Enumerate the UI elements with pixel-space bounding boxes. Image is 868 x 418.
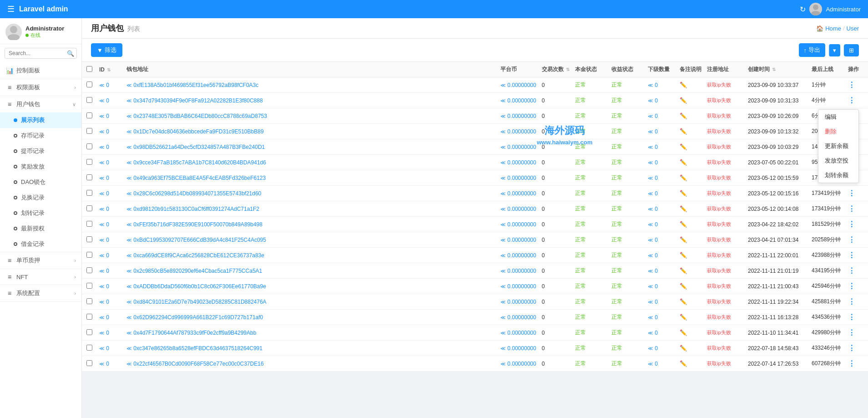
dropdown-item-airdrop[interactable]: 发放空投: [818, 153, 858, 168]
sidebar-item-transfer-records[interactable]: 划转记录: [0, 205, 81, 221]
sub-link[interactable]: 0: [655, 361, 658, 367]
platform-link[interactable]: 0.00000000: [507, 252, 536, 259]
note-edit-icon[interactable]: ✏️: [680, 236, 687, 243]
action-menu-button[interactable]: ⋮: [848, 282, 855, 290]
note-edit-icon[interactable]: ✏️: [680, 267, 687, 274]
row-checkbox[interactable]: [86, 190, 92, 196]
platform-link[interactable]: 0.00000000: [507, 221, 536, 228]
breadcrumb-home[interactable]: Home: [825, 25, 841, 32]
platform-link[interactable]: 0.00000000: [507, 159, 536, 166]
address-link[interactable]: 0x62D962294Cd996999A661B22F1c69D727b171a…: [133, 314, 263, 321]
action-menu-button[interactable]: ⋮: [848, 220, 855, 228]
note-edit-icon[interactable]: ✏️: [680, 360, 687, 367]
sidebar-item-reward-airdrop[interactable]: 奖励发放: [0, 159, 81, 174]
sub-link[interactable]: 0: [655, 283, 658, 290]
id-link[interactable]: 0: [106, 128, 109, 135]
id-link[interactable]: 0: [106, 330, 109, 336]
sub-link[interactable]: 0: [655, 330, 658, 336]
platform-link[interactable]: 0.00000000: [507, 206, 536, 212]
note-edit-icon[interactable]: ✏️: [680, 283, 687, 290]
action-menu-button[interactable]: ⋮: [848, 205, 855, 213]
sidebar-item-loan-records[interactable]: 借金记录: [0, 236, 81, 252]
address-link[interactable]: 0x9cce34F7aB185c7ABA1b7C8140d620B4BDA941…: [133, 159, 266, 166]
address-link[interactable]: 0xFEf35b716dF382E590E9100F50070b849A89b4…: [133, 221, 262, 228]
id-link[interactable]: 0: [106, 268, 109, 274]
id-link[interactable]: 0: [106, 252, 109, 259]
row-checkbox[interactable]: [86, 112, 92, 118]
address-link[interactable]: 0xADDBb6DdaD560f6b0b1C8c062F306Ee61770Ba…: [133, 283, 266, 290]
hamburger-icon[interactable]: ☰: [7, 4, 15, 14]
sub-link[interactable]: 0: [655, 345, 658, 352]
row-checkbox[interactable]: [86, 97, 92, 103]
note-edit-icon[interactable]: ✏️: [680, 345, 687, 352]
address-link[interactable]: 0x98DB526621a64Dec5cfD324857A487B3FBe240…: [133, 144, 265, 150]
sub-link[interactable]: 0: [655, 237, 658, 243]
note-edit-icon[interactable]: ✏️: [680, 190, 687, 197]
address-link[interactable]: 0xca669dCE8f9CAca6c256828CbE612CE36737a8…: [133, 252, 264, 259]
note-edit-icon[interactable]: ✏️: [680, 112, 687, 119]
sidebar-item-system-config[interactable]: ≡ 系统配置 ›: [0, 285, 81, 301]
platform-link[interactable]: 0.00000000: [507, 345, 536, 352]
address-link[interactable]: 0x4d7F1790644Af787933c9fF0e2cff9a9B4299A…: [133, 330, 256, 336]
row-checkbox[interactable]: [86, 236, 92, 242]
id-link[interactable]: 0: [106, 299, 109, 305]
export-button[interactable]: ↑ 导出: [799, 43, 826, 57]
sub-link[interactable]: 0: [655, 128, 658, 135]
row-checkbox[interactable]: [86, 159, 92, 165]
platform-link[interactable]: 0.00000000: [507, 190, 536, 197]
sub-link[interactable]: 0: [655, 206, 658, 212]
sidebar-item-dashboard[interactable]: 📊 控制面板: [0, 62, 81, 79]
note-edit-icon[interactable]: ✏️: [680, 329, 687, 336]
note-edit-icon[interactable]: ✏️: [680, 143, 687, 150]
dropdown-item-delete[interactable]: 删除: [818, 124, 858, 139]
sidebar-item-single-staking[interactable]: ≡ 单币质押 ›: [0, 252, 81, 269]
row-checkbox[interactable]: [86, 82, 92, 87]
address-link[interactable]: 0x22cf46567B0Cd0090F68F58Ce77ec00c0C37DE…: [133, 361, 263, 367]
platform-link[interactable]: 0.00000000: [507, 330, 536, 336]
dropdown-item-edit[interactable]: 编辑: [818, 110, 858, 124]
sub-link[interactable]: 0: [655, 190, 658, 197]
platform-link[interactable]: 0.00000000: [507, 175, 536, 181]
select-all-checkbox[interactable]: [86, 66, 92, 72]
address-link[interactable]: 0x23748E3057BdBAB6C64EDb80ccC8788c69aD87…: [133, 113, 267, 119]
sub-link[interactable]: 0: [655, 175, 658, 181]
sidebar-item-show-list[interactable]: 展示列表: [0, 112, 81, 128]
sub-link[interactable]: 0: [655, 113, 658, 119]
sub-link[interactable]: 0: [655, 252, 658, 259]
platform-link[interactable]: 0.00000000: [507, 314, 536, 321]
address-link[interactable]: 0xfE138A5b01bf469855Ef31ee56792aB98fCF0A…: [133, 82, 258, 88]
platform-link[interactable]: 0.00000000: [507, 144, 536, 150]
sort-tx-icon[interactable]: ⇅: [566, 67, 570, 72]
address-link[interactable]: 0x1Dc7e04dc804636ebbcedeFa9FD31c9E510BbB…: [133, 128, 263, 135]
row-checkbox[interactable]: [86, 360, 92, 366]
address-link[interactable]: 0x347d79430394F9e0F8Fa912A02282B1E3f80C8…: [133, 97, 262, 104]
address-link[interactable]: 0xd98120b91c583130C0aCf6ff0391274AdC71a1…: [133, 206, 259, 212]
action-menu-button[interactable]: ⋮: [848, 267, 855, 275]
id-link[interactable]: 0: [106, 97, 109, 104]
id-link[interactable]: 0: [106, 283, 109, 290]
id-link[interactable]: 0: [106, 190, 109, 197]
address-link[interactable]: 0x2c9850cB5e8920290ef6e4Cbac5ca1F775CCa5…: [133, 268, 262, 274]
row-checkbox[interactable]: [86, 314, 92, 320]
action-menu-button[interactable]: ⋮: [848, 298, 855, 306]
id-link[interactable]: 0: [106, 345, 109, 352]
sidebar-item-permissions[interactable]: ≡ 权限面板 ›: [0, 79, 81, 96]
filter-button[interactable]: ▼ 筛选: [91, 43, 122, 57]
id-link[interactable]: 0: [106, 361, 109, 367]
row-checkbox[interactable]: [86, 345, 92, 351]
action-menu-button[interactable]: ⋮: [848, 329, 855, 336]
export-dropdown-button[interactable]: ▾: [829, 44, 840, 56]
sort-created-icon[interactable]: ⇅: [772, 67, 776, 72]
sidebar-item-exchange-records[interactable]: 兑换记录: [0, 190, 81, 205]
sidebar-item-nft[interactable]: ≡ NFT ›: [0, 269, 81, 285]
action-menu-button[interactable]: ⋮: [848, 344, 855, 352]
sub-link[interactable]: 0: [655, 159, 658, 166]
action-menu-button[interactable]: ⋮: [848, 251, 855, 259]
note-edit-icon[interactable]: ✏️: [680, 159, 687, 166]
row-checkbox[interactable]: [86, 143, 92, 149]
platform-link[interactable]: 0.00000000: [507, 128, 536, 135]
row-checkbox[interactable]: [86, 283, 92, 289]
dropdown-item-transfer[interactable]: 划转余额: [818, 168, 858, 183]
platform-link[interactable]: 0.00000000: [507, 283, 536, 290]
row-checkbox[interactable]: [86, 252, 92, 258]
